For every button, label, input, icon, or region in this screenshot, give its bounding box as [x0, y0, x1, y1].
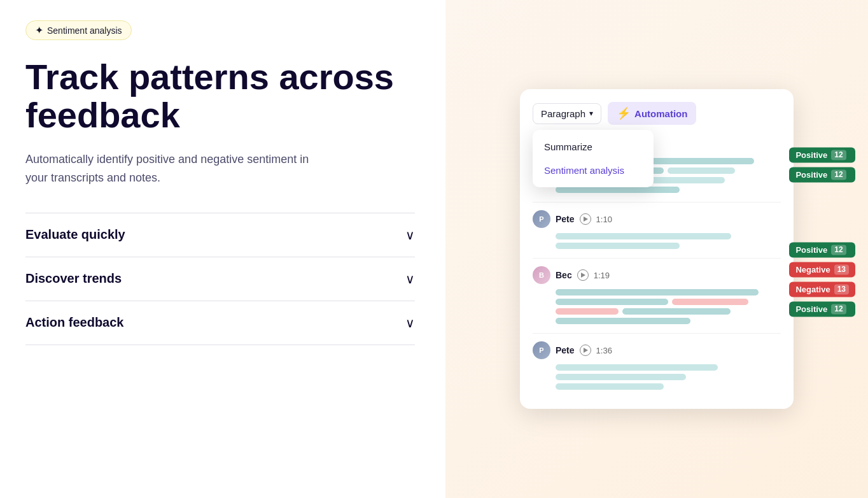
badge-count: 13: [834, 264, 849, 274]
sentiment-badge-positive-4: Positive 12: [789, 301, 855, 317]
chevron-down-icon: ∨: [405, 227, 415, 243]
play-button-bec-2[interactable]: [577, 269, 589, 281]
automation-label: Automation: [634, 108, 687, 119]
text-line: [556, 289, 759, 295]
play-button-pete-2[interactable]: [580, 345, 591, 356]
chevron-down-icon: ∨: [405, 271, 415, 287]
badge-count: 12: [831, 169, 846, 180]
timestamp-pete-1: 1:10: [596, 215, 612, 224]
chevron-down-icon: ▾: [589, 109, 593, 118]
speaker-row-bec-2: B Bec 1:19: [533, 266, 781, 284]
transcript-pete-1: P Pete 1:10: [533, 210, 781, 249]
text-line: [672, 299, 748, 305]
speaker-row-pete-2: P Pete 1:36: [533, 341, 781, 359]
sentiment-badge: ✦ Sentiment analysis: [25, 20, 132, 40]
speaker-name-pete-1: Pete: [556, 214, 575, 224]
dropdown-sentiment[interactable]: Sentiment analysis: [533, 159, 654, 182]
text-line: [556, 243, 680, 249]
badge-count: 13: [834, 284, 849, 294]
speaker-row-pete-1: P Pete 1:10: [533, 210, 781, 228]
accordion-action[interactable]: Action feedback ∨: [25, 301, 415, 345]
badge-count: 12: [831, 245, 846, 255]
timestamp-pete-2: 1:36: [596, 346, 612, 355]
text-line: [556, 318, 690, 324]
transcript-bec-2: B Bec 1:19: [533, 266, 781, 324]
transcript-card: Paragraph ▾ ⚡ Automation Summarize Senti…: [520, 89, 794, 409]
hero-subtitle: Automatically identify positive and nega…: [25, 150, 331, 187]
text-line: [556, 299, 668, 305]
play-button-pete-1[interactable]: [580, 213, 591, 225]
sentiment-badge-positive-1: Positive 12: [789, 147, 855, 162]
badge-label: Sentiment analysis: [47, 25, 122, 36]
accordion-evaluate-label: Evaluate quickly: [25, 227, 125, 242]
text-line: [556, 187, 680, 193]
section-divider: [533, 258, 781, 259]
right-panel: Paragraph ▾ ⚡ Automation Summarize Senti…: [445, 0, 868, 498]
text-line: [556, 364, 718, 371]
section-divider: [533, 202, 781, 203]
text-line: [622, 308, 731, 315]
dropdown-summarize[interactable]: Summarize: [533, 135, 654, 159]
floating-badges: Positive 12 Positive 12 Positive 12 Nega…: [789, 147, 855, 317]
sentiment-badge-positive-3: Positive 12: [789, 242, 855, 257]
speaker-name-bec-2: Bec: [556, 270, 572, 280]
section-divider: [533, 333, 781, 334]
sentiment-badge-positive-2: Positive 12: [789, 167, 855, 182]
chevron-down-icon: ∨: [405, 315, 415, 331]
sentiment-badge-negative-1: Negative 13: [789, 262, 855, 277]
text-line: [556, 308, 619, 315]
text-lines-pete-1: [533, 233, 781, 249]
automation-button[interactable]: ⚡ Automation: [608, 102, 696, 125]
transcript-pete-2: P Pete 1:36: [533, 341, 781, 390]
text-line: [556, 374, 686, 380]
sentiment-badge-negative-2: Negative 13: [789, 281, 855, 297]
text-lines-pete-2: [533, 364, 781, 390]
speaker-name-pete-2: Pete: [556, 345, 575, 355]
accordion-trends-label: Discover trends: [25, 271, 122, 286]
hero-title: Track patterns across feedback: [25, 58, 415, 135]
paragraph-label: Paragraph: [541, 108, 585, 119]
paragraph-select[interactable]: Paragraph ▾: [533, 103, 601, 124]
timestamp-bec-2: 1:19: [594, 271, 610, 280]
badge-count: 12: [831, 150, 846, 160]
lightning-icon: ⚡: [617, 106, 631, 120]
accordion-evaluate[interactable]: Evaluate quickly ∨: [25, 213, 415, 257]
avatar-pete-1: P: [533, 210, 550, 228]
accordion-trends[interactable]: Discover trends ∨: [25, 257, 415, 301]
accordion-action-label: Action feedback: [25, 315, 123, 330]
automation-dropdown: Summarize Sentiment analysis: [533, 130, 654, 187]
badge-count: 12: [831, 304, 846, 314]
avatar-pete-2: P: [533, 341, 550, 359]
star-icon: ✦: [35, 24, 43, 36]
avatar-bec-2: B: [533, 266, 550, 284]
text-line: [556, 383, 664, 390]
text-lines-bec-2: [533, 289, 781, 324]
text-line: [668, 167, 735, 174]
text-line: [556, 233, 731, 239]
card-toolbar: Paragraph ▾ ⚡ Automation Summarize Senti…: [533, 102, 781, 125]
left-panel: ✦ Sentiment analysis Track patterns acro…: [0, 0, 445, 498]
